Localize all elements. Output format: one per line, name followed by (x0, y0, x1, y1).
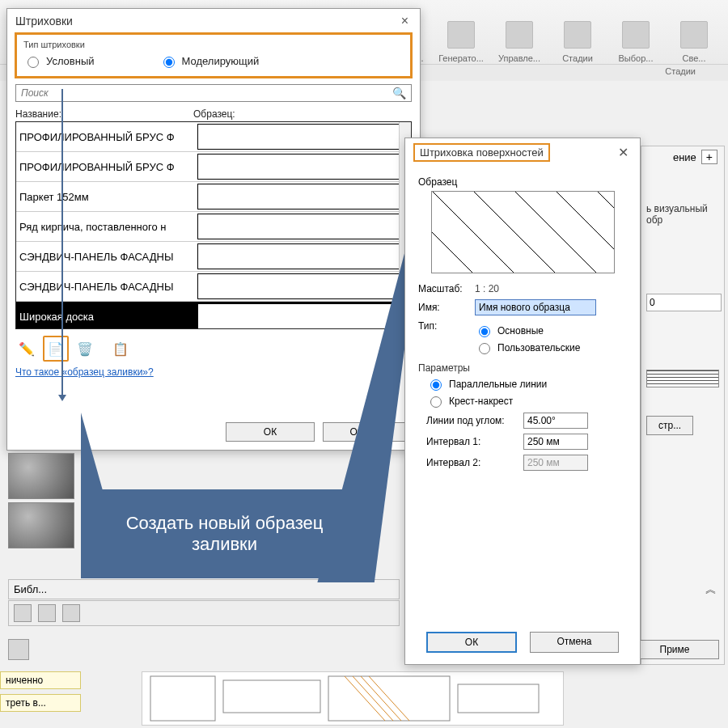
collapse-chevron-icon[interactable]: ︽ (705, 582, 717, 597)
interval2-input (523, 455, 588, 471)
pattern-name: СЭНДВИЧ-ПАНЕЛЬ ФАСАДНЫ (16, 281, 197, 293)
radio-conditional[interactable]: Условный (23, 54, 95, 68)
radio-type-custom[interactable]: Пользовательские (475, 341, 581, 354)
ribbon-group-stages[interactable]: Стадии (552, 6, 603, 63)
surface-hatch-dialog: Штриховка поверхностей ✕ Образец Масштаб… (404, 138, 641, 665)
pencil-icon[interactable]: ✏️ (15, 337, 38, 360)
angle-input[interactable] (523, 413, 588, 429)
search-icon[interactable]: 🔍 (387, 85, 411, 101)
delete-pattern-icon[interactable]: 🗑️ (74, 337, 96, 360)
pattern-name: Широкая доска (16, 311, 197, 323)
toolbar-icon[interactable] (14, 604, 32, 622)
visual-label-fragment: ь визуальный обр (641, 200, 724, 229)
svg-rect-3 (458, 684, 539, 713)
pattern-row[interactable]: ПРОФИЛИРОВАННЫЙ БРУС Ф (16, 152, 411, 182)
scale-label: Масштаб: (418, 283, 475, 294)
ribbon-panel-label: Стадии (657, 65, 704, 81)
svg-line-5 (353, 676, 393, 721)
close-icon[interactable]: × (398, 14, 412, 28)
radio-modeling[interactable]: Моделирующий (159, 54, 260, 68)
ribbon-group-prop[interactable]: Све... (668, 6, 720, 63)
pattern-sample (197, 214, 400, 239)
interval2-label: Интервал 2: (426, 457, 523, 468)
hatch-swatch (646, 370, 719, 387)
col-header-name: Название: (15, 108, 193, 120)
interval1-input[interactable] (523, 434, 588, 450)
toolbar-icon[interactable] (62, 604, 80, 622)
pattern-sample (197, 303, 400, 329)
help-link[interactable]: Что такое «образец заливки»? (15, 366, 412, 378)
search-input[interactable] (16, 85, 387, 101)
cancel-button[interactable]: Отмена (530, 632, 619, 653)
type-label: Тип: (418, 320, 475, 332)
annotation-callout: Создать новый образец заливки (81, 489, 368, 578)
settings-button[interactable]: стр... (646, 416, 693, 435)
fieldset-legend: Тип штриховки (23, 40, 404, 49)
pattern-row[interactable]: ПРОФИЛИРОВАННЫЙ БРУС Ф (16, 122, 411, 152)
hatch-type-fieldset: Тип штриховки Условный Моделирующий (15, 33, 412, 78)
library-toolbar (8, 600, 400, 626)
svg-line-4 (345, 676, 385, 721)
new-pattern-icon[interactable]: 📄 (43, 336, 69, 362)
angle-label: Линии под углом: (426, 415, 523, 426)
pattern-sample (197, 124, 400, 150)
sample-label: Образец (418, 176, 630, 188)
svg-line-6 (361, 676, 401, 721)
name-input[interactable] (475, 299, 596, 315)
col-header-sample: Образец: (193, 108, 235, 120)
pattern-row[interactable]: Ряд кирпича, поставленного н (16, 212, 411, 242)
pattern-name: ПРОФИЛИРОВАННЫЙ БРУС Ф (16, 131, 197, 143)
radio-crosshatch[interactable]: Крест-накрест (426, 394, 619, 408)
interval1-label: Интервал 1: (426, 436, 523, 447)
pattern-row[interactable]: СЭНДВИЧ-ПАНЕЛЬ ФАСАДНЫ (16, 272, 411, 302)
duplicate-icon[interactable]: 📋 (109, 337, 132, 360)
annotation-arrow (61, 89, 63, 396)
pattern-name: Ряд кирпича, поставленного н (16, 221, 197, 233)
pattern-row[interactable]: Паркет 152мм (16, 182, 411, 212)
pattern-sample (197, 273, 400, 299)
pattern-name: СЭНДВИЧ-ПАНЕЛЬ ФАСАДНЫ (16, 251, 197, 263)
ok-button[interactable]: ОК (226, 422, 315, 442)
svg-rect-1 (223, 680, 320, 713)
close-icon[interactable]: ✕ (615, 145, 632, 160)
radio-type-basic[interactable]: Основные (475, 324, 581, 337)
pattern-sample (197, 184, 400, 210)
pattern-row[interactable]: СЭНДВИЧ-ПАНЕЛЬ ФАСАДНЫ (16, 242, 411, 272)
scale-value: 1 : 20 (475, 283, 499, 294)
ok-button[interactable]: ОК (426, 632, 517, 653)
toolbar-icon[interactable] (38, 604, 56, 622)
hatch-patterns-dialog: Штриховки × Тип штриховки Условный Модел… (6, 8, 421, 451)
sample-preview (431, 191, 615, 273)
pattern-row[interactable]: Широкая доска (16, 302, 411, 329)
search-box[interactable]: 🔍 (15, 84, 412, 102)
radio-parallel[interactable]: Параллельные линии (426, 377, 619, 391)
panel-header-fragment: ение (673, 151, 696, 163)
svg-line-7 (369, 676, 409, 721)
numeric-field[interactable] (646, 294, 722, 311)
properties-icon[interactable] (8, 639, 29, 660)
dialog-title: Штриховка поверхностей (413, 143, 550, 162)
pattern-name: ПРОФИЛИРОВАННЫЙ БРУС Ф (16, 161, 197, 173)
pattern-list[interactable]: ПРОФИЛИРОВАННЫЙ БРУС ФПРОФИЛИРОВАННЫЙ БР… (15, 121, 412, 329)
name-label: Имя: (418, 302, 475, 313)
material-thumbnail[interactable] (8, 502, 74, 548)
ribbon-group-select[interactable]: Выбор... (610, 6, 662, 63)
ribbon-group-generator[interactable]: Генерато... (435, 6, 487, 63)
fragment-text-1: ниченно (0, 671, 81, 689)
pattern-name: Паркет 152мм (16, 191, 197, 203)
ribbon-group-manage[interactable]: Управле... (493, 6, 545, 63)
parameters-label: Параметры (418, 362, 627, 374)
floor-plan-view[interactable] (142, 671, 564, 726)
dialog-title: Штриховки (15, 15, 73, 28)
fragment-text-2: треть в... (0, 694, 81, 712)
panel-add-button[interactable]: + (701, 150, 717, 164)
material-thumbnail[interactable] (8, 453, 74, 499)
svg-rect-0 (150, 676, 215, 721)
material-thumbnails (8, 453, 77, 552)
pattern-sample (197, 243, 400, 269)
panel-apply-button[interactable]: Приме (630, 640, 719, 659)
pattern-sample (197, 154, 400, 180)
